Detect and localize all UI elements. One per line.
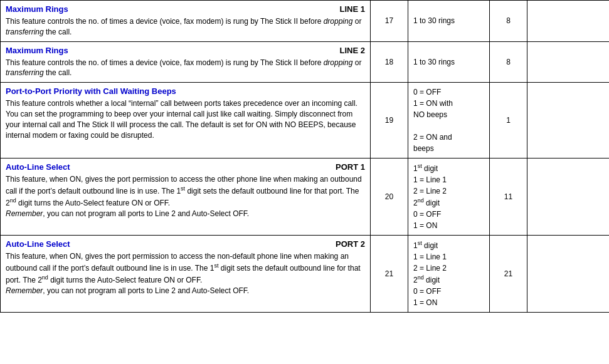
blank-cell-3 xyxy=(527,83,610,159)
blank-cell-5 xyxy=(527,236,610,313)
feature-subtitle: PORT 2 xyxy=(336,239,365,249)
range-value: 0 = OFF1 = ON withNO beeps2 = ON andbeep… xyxy=(413,86,484,154)
desc-cell-4: Auto-Line SelectPORT 1This feature, when… xyxy=(1,159,371,236)
table-row-2: Maximum RingsLINE 2This feature controls… xyxy=(1,41,610,83)
range-cell-3: 0 = OFF1 = ON withNO beeps2 = ON andbeep… xyxy=(408,83,490,159)
range-value: 1st digit1 = Line 12 = Line 22nd digit0 … xyxy=(413,162,484,231)
desc-cell-1: Maximum RingsLINE 1This feature controls… xyxy=(1,1,371,42)
desc-cell-5: Auto-Line SelectPORT 2This feature, when… xyxy=(1,236,371,313)
range-value: 1 to 30 rings xyxy=(413,16,455,25)
blank-cell-4 xyxy=(527,159,610,236)
table-row-5: Auto-Line SelectPORT 2This feature, when… xyxy=(1,236,610,313)
feature-title: Auto-Line Select xyxy=(6,239,70,249)
feature-title: Maximum Rings xyxy=(6,4,68,14)
range-cell-1: 1 to 30 rings xyxy=(408,1,490,42)
number-cell-1: 17 xyxy=(371,1,408,42)
feature-title: Port-to-Port Priority with Call Waiting … xyxy=(6,86,176,96)
table-row-4: Auto-Line SelectPORT 1This feature, when… xyxy=(1,159,610,236)
range-cell-5: 1st digit1 = Line 12 = Line 22nd digit0 … xyxy=(408,236,490,313)
range-value: 1 to 30 rings xyxy=(413,58,455,66)
feature-title: Auto-Line Select xyxy=(6,162,70,172)
default-cell-2: 8 xyxy=(490,41,527,83)
desc-cell-3: Port-to-Port Priority with Call Waiting … xyxy=(1,83,371,159)
desc-cell-2: Maximum RingsLINE 2This feature controls… xyxy=(1,41,371,83)
range-cell-4: 1st digit1 = Line 12 = Line 22nd digit0 … xyxy=(408,159,490,236)
feature-subtitle: LINE 1 xyxy=(340,4,365,14)
range-value: 1st digit1 = Line 12 = Line 22nd digit0 … xyxy=(413,239,484,308)
feature-subtitle: LINE 2 xyxy=(340,46,365,55)
blank-cell-2 xyxy=(527,41,610,83)
feature-title: Maximum Rings xyxy=(6,46,68,55)
default-cell-5: 21 xyxy=(490,236,527,313)
number-cell-5: 21 xyxy=(371,236,408,313)
main-table: Maximum RingsLINE 1This feature controls… xyxy=(0,0,609,313)
default-cell-1: 8 xyxy=(490,1,527,42)
number-cell-4: 20 xyxy=(371,159,408,236)
feature-subtitle: PORT 1 xyxy=(336,162,365,172)
table-row-1: Maximum RingsLINE 1This feature controls… xyxy=(1,1,610,42)
number-cell-3: 19 xyxy=(371,83,408,159)
table-row-3: Port-to-Port Priority with Call Waiting … xyxy=(1,83,610,159)
range-cell-2: 1 to 30 rings xyxy=(408,41,490,83)
number-cell-2: 18 xyxy=(371,41,408,83)
default-cell-4: 11 xyxy=(490,159,527,236)
default-cell-3: 1 xyxy=(490,83,527,159)
blank-cell-1 xyxy=(527,1,610,42)
